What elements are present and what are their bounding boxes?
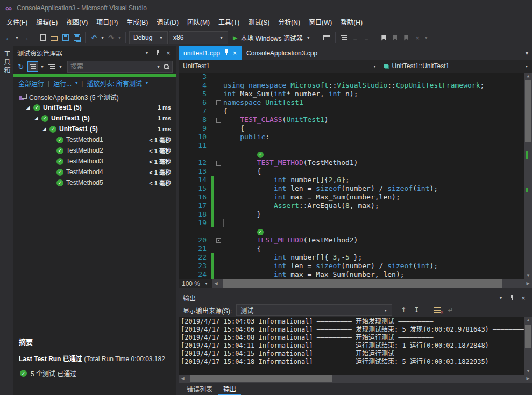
outline-icon[interactable]	[339, 32, 349, 44]
breakpoint-margin[interactable]	[179, 176, 188, 184]
fold-collapse-icon[interactable]: -	[216, 238, 221, 243]
code-text[interactable]: {	[223, 124, 524, 133]
breakpoint-margin[interactable]	[179, 210, 188, 219]
navigate-forward-icon[interactable]: →	[20, 32, 31, 44]
solution-configuration-dropdown[interactable]: Debug ▾	[129, 31, 168, 44]
code-text[interactable]: TEST_METHOD(TestMethod1)	[223, 159, 524, 167]
output-horizontal-scrollbar[interactable]	[187, 375, 524, 383]
menu-item-7[interactable]: 团队(M)	[183, 16, 214, 29]
editor-horizontal-scrollbar[interactable]	[220, 279, 524, 288]
fold-margin[interactable]	[214, 219, 223, 227]
fold-margin[interactable]	[214, 193, 223, 202]
expand-arrow-icon[interactable]: ◢	[25, 105, 31, 110]
code-text[interactable]: int len = sizeof(number) / sizeof(int);	[223, 262, 524, 270]
menu-item-2[interactable]: 编辑(E)	[32, 16, 62, 29]
code-editor[interactable]: 34using namespace Microsoft::VisualStudi…	[179, 73, 532, 279]
zoom-dropdown[interactable]: 100 % ▾	[179, 279, 212, 288]
tree-group-row[interactable]: ◢✓UnitTest1 (5)1 ms	[13, 124, 176, 134]
menu-item-9[interactable]: 测试(S)	[244, 16, 274, 29]
clear-all-icon[interactable]	[432, 305, 442, 315]
menu-item-11[interactable]: 窗口(W)	[304, 16, 336, 29]
tree-test-row[interactable]: ✓TestMethod5< 1 毫秒	[13, 177, 176, 188]
fold-margin[interactable]	[214, 133, 223, 141]
filter-dropdown-icon[interactable]: ▾	[58, 64, 63, 69]
menu-item-8[interactable]: 工具(T)	[214, 16, 244, 29]
menu-item-1[interactable]: 文件(F)	[2, 16, 32, 29]
navbar-type-dropdown[interactable]: UnitTest1::UnitTest1 ▾	[380, 60, 532, 73]
scrollbar-thumb[interactable]	[190, 375, 331, 382]
tree-test-row[interactable]: ✓TestMethod1< 1 毫秒	[13, 134, 176, 145]
code-text[interactable]	[223, 219, 524, 227]
start-debugging-button[interactable]: ▶ 本地 Windows 调试器 ▾	[229, 31, 315, 44]
breakpoint-margin[interactable]	[179, 245, 188, 253]
bookmark-icon[interactable]	[379, 32, 389, 44]
expand-arrow-icon[interactable]: ◢	[41, 126, 47, 132]
code-text[interactable]: int number[]{2,6};	[223, 176, 524, 184]
breakpoint-margin[interactable]	[179, 184, 188, 193]
editor-vertical-scrollbar[interactable]: ▲ ▼	[524, 73, 532, 279]
run-all-link[interactable]: 全部运行	[18, 78, 44, 88]
attach-to-process-icon[interactable]	[322, 32, 332, 44]
playlist-link[interactable]: 播放列表: 所有测试	[87, 78, 142, 88]
fold-collapse-icon[interactable]: -	[216, 100, 221, 105]
search-dropdown-icon[interactable]: ▾	[156, 64, 161, 69]
editor-tab[interactable]: ConsoleApplication3.cpp	[242, 46, 322, 60]
fold-margin[interactable]	[214, 184, 223, 193]
scrollbar-thumb[interactable]	[525, 325, 531, 348]
code-text[interactable]: }	[223, 210, 524, 219]
editor-tab[interactable]: unittest1.cpp×	[179, 46, 242, 60]
menu-item-10[interactable]: 分析(N)	[274, 16, 304, 29]
breakpoint-margin[interactable]	[179, 124, 188, 133]
code-text[interactable]: Assert::AreEqual(8, max);	[223, 202, 524, 210]
pin-icon[interactable]	[508, 293, 516, 302]
output-vertical-scrollbar[interactable]: ▲ ▼	[524, 317, 532, 375]
breakpoint-margin[interactable]	[179, 236, 188, 245]
undo-icon[interactable]: ↶	[89, 32, 99, 44]
fold-margin[interactable]: -	[214, 236, 223, 245]
solution-platform-dropdown[interactable]: x86 ▾	[169, 31, 228, 44]
group-by-dropdown-icon[interactable]: ▾	[40, 64, 45, 69]
open-file-icon[interactable]	[49, 32, 59, 44]
fold-margin[interactable]	[214, 253, 223, 262]
scroll-up-icon[interactable]: ▲	[524, 317, 532, 324]
pin-icon[interactable]	[153, 48, 162, 57]
code-text[interactable]: using namespace Microsoft::VisualStudio:…	[223, 81, 524, 90]
scroll-down-icon[interactable]: ▼	[524, 368, 532, 375]
breakpoint-margin[interactable]	[179, 202, 188, 210]
fold-margin[interactable]	[214, 90, 223, 98]
scrollbar-thumb[interactable]	[525, 80, 531, 142]
comment-icon[interactable]: ≡	[361, 32, 372, 44]
go-to-previous-message-icon[interactable]: ↥	[399, 305, 408, 315]
tree-root-row[interactable]: ConsoleApplication3 (5 个测试)	[13, 91, 176, 102]
scroll-left-icon[interactable]: ◀	[212, 279, 220, 288]
scroll-down-icon[interactable]: ▼	[524, 272, 532, 279]
fold-margin[interactable]	[214, 167, 223, 176]
code-text[interactable]: ✓	[223, 227, 524, 236]
breakpoint-margin[interactable]	[179, 193, 188, 202]
fold-margin[interactable]: -	[214, 98, 223, 107]
fold-margin[interactable]	[214, 124, 223, 133]
fold-margin[interactable]	[214, 270, 223, 279]
next-bookmark-icon[interactable]	[401, 32, 412, 44]
code-text[interactable]: TEST_METHOD(TestMethod2)	[223, 236, 524, 245]
tree-test-row[interactable]: ✓TestMethod4< 1 毫秒	[13, 167, 176, 177]
document-list-dropdown-icon[interactable]: ▼	[524, 46, 529, 60]
scroll-left-icon[interactable]: ◀	[179, 375, 187, 383]
code-text[interactable]: ✓	[223, 150, 524, 159]
menu-item-6[interactable]: 调试(D)	[152, 16, 183, 29]
navbar-project-dropdown[interactable]: UnitTest1 ▾	[179, 60, 380, 73]
search-icon[interactable]	[163, 63, 169, 70]
fold-margin[interactable]	[214, 227, 223, 236]
menu-item-4[interactable]: 项目(P)	[92, 16, 122, 29]
fold-margin[interactable]	[214, 210, 223, 219]
breakpoint-margin[interactable]	[179, 133, 188, 141]
code-text[interactable]: namespace UnitTest1	[223, 98, 524, 107]
undo-dropdown-icon[interactable]: ▾	[100, 35, 105, 40]
word-wrap-icon[interactable]: ↵	[445, 305, 455, 315]
breakpoint-margin[interactable]	[179, 116, 188, 124]
fold-margin[interactable]	[214, 150, 223, 159]
fold-margin[interactable]	[214, 73, 223, 81]
tree-test-row[interactable]: ✓TestMethod2< 1 毫秒	[13, 145, 176, 156]
scroll-up-icon[interactable]: ▲	[524, 73, 532, 80]
window-position-icon[interactable]: ▾	[496, 293, 505, 302]
